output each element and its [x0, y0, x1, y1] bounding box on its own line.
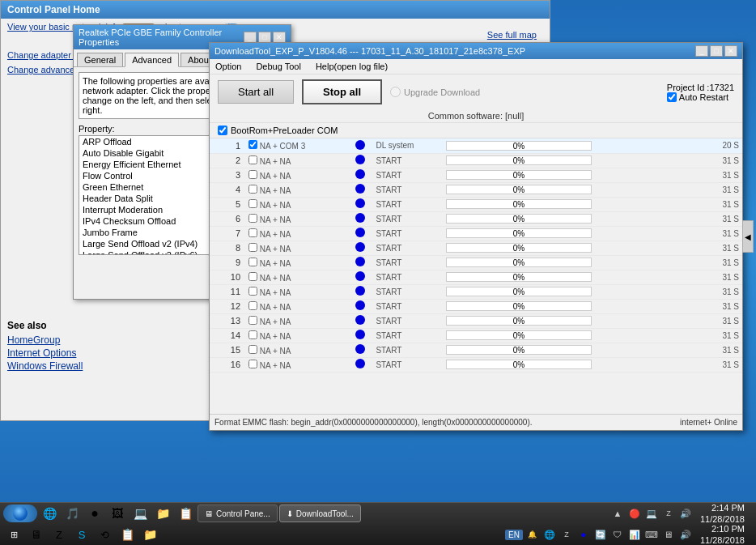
- language-button[interactable]: EN: [505, 530, 523, 540]
- maximize-button[interactable]: □: [258, 32, 271, 43]
- taskbar-icon-media[interactable]: 🎵: [62, 505, 83, 522]
- taskbar-icon-browser[interactable]: 🌐: [39, 505, 60, 522]
- row-checkbox[interactable]: [248, 330, 257, 339]
- tab-general[interactable]: General: [77, 53, 123, 66]
- row-checkbox[interactable]: [248, 199, 257, 208]
- bootrom-checkbox[interactable]: [218, 126, 227, 135]
- tray-bottom-kb[interactable]: ⌨: [644, 527, 659, 542]
- taskbar-icon-chrome[interactable]: ●: [84, 505, 105, 522]
- status-text: Format EMMC flash: begin_addr(0x00000000…: [214, 418, 533, 427]
- taskbar-icon-photos[interactable]: 🖼: [107, 505, 128, 522]
- row-checkbox[interactable]: [248, 272, 257, 281]
- table-row: 9 NA + NA START 0% 31 S: [210, 255, 742, 270]
- row-checkbox[interactable]: [248, 228, 257, 237]
- tray-bottom-blue[interactable]: ●: [576, 527, 591, 542]
- minimize-button[interactable]: _: [244, 32, 257, 43]
- homegroup-link[interactable]: HomeGroup: [7, 334, 83, 346]
- taskbar-bottom-teamviewer[interactable]: ⟲: [94, 526, 115, 543]
- row-checkbox-cell[interactable]: NA + NA: [245, 226, 347, 241]
- tray-bottom-arrow[interactable]: 🔄: [593, 527, 608, 542]
- menu-option[interactable]: Option: [213, 61, 244, 72]
- tray-volume-icon[interactable]: 🔊: [678, 506, 693, 521]
- auto-restart-checkbox[interactable]: [667, 92, 677, 102]
- row-checkbox-cell[interactable]: NA + NA: [245, 284, 347, 299]
- row-checkbox-cell[interactable]: NA + NA: [245, 270, 347, 284]
- row-dot-cell: [347, 270, 372, 284]
- row-checkbox[interactable]: [248, 140, 257, 149]
- dl-close-button[interactable]: ✕: [724, 45, 737, 57]
- row-checkbox-cell[interactable]: NA + NA: [245, 168, 347, 182]
- tray-expand-icon[interactable]: ▲: [610, 506, 625, 521]
- row-checkbox-cell[interactable]: NA + COM 3: [245, 138, 347, 153]
- collapse-arrow[interactable]: ◀: [742, 220, 754, 253]
- taskbar-icon-remote[interactable]: 💻: [130, 505, 151, 522]
- taskbar-bottom-skype[interactable]: S: [71, 526, 92, 543]
- stop-all-button[interactable]: Stop all: [302, 79, 382, 104]
- see-full-map-link[interactable]: See full map: [487, 30, 537, 40]
- taskbar-bottom-zalo[interactable]: Z: [49, 526, 70, 543]
- row-checkbox[interactable]: [248, 155, 257, 164]
- taskbar-icon-extra1[interactable]: 📋: [175, 505, 196, 522]
- row-checkbox-cell[interactable]: NA + NA: [245, 255, 347, 270]
- progress-bar: 0%: [446, 301, 592, 311]
- tray-bottom-speaker[interactable]: 🔊: [678, 527, 693, 542]
- row-checkbox[interactable]: [248, 301, 257, 310]
- dl-minimize-button[interactable]: _: [695, 45, 708, 57]
- progress-percent: 0%: [447, 258, 591, 268]
- menu-help[interactable]: Help(open log file): [313, 61, 390, 72]
- taskbar-icon-folder[interactable]: 📁: [152, 505, 173, 522]
- windows-firewall-link[interactable]: Windows Firewall: [7, 360, 83, 372]
- row-checkbox-cell[interactable]: NA + NA: [245, 182, 347, 197]
- row-checkbox[interactable]: [248, 170, 257, 179]
- start-all-button[interactable]: Start all: [218, 80, 294, 104]
- upgrade-radio-input[interactable]: [390, 87, 401, 97]
- progress-percent: 0%: [447, 317, 591, 326]
- progress-percent: 0%: [447, 229, 591, 239]
- close-button[interactable]: ✕: [273, 32, 286, 43]
- tray-zalo-icon[interactable]: Z: [661, 506, 676, 521]
- row-checkbox-cell[interactable]: NA + NA: [245, 328, 347, 343]
- row-progress-cell: 0%: [443, 343, 698, 357]
- clock-bottom: 2:10 PM 11/28/2018: [695, 523, 750, 545]
- tray-bottom-z2[interactable]: Z: [559, 527, 574, 542]
- row-checkbox[interactable]: [248, 345, 257, 354]
- tray-bottom-monitor[interactable]: 🖥: [661, 527, 676, 542]
- tray-bottom-network2[interactable]: 🌐: [542, 527, 557, 542]
- taskbar-download-tool-btn[interactable]: ⬇ DownloadTool...: [279, 505, 361, 522]
- row-checkbox-cell[interactable]: NA + NA: [245, 313, 347, 328]
- dl-maximize-button[interactable]: □: [710, 45, 723, 57]
- row-time: 31 S: [698, 284, 742, 299]
- table-row: 16 NA + NA START 0% 31 S: [210, 357, 742, 372]
- taskbar-bottom-start[interactable]: ⊞: [3, 526, 24, 543]
- taskbar-bottom-icon1[interactable]: 🖥: [26, 526, 47, 543]
- row-checkbox[interactable]: [248, 258, 257, 266]
- taskbar-control-panel-btn[interactable]: 🖥 Control Pane...: [197, 505, 278, 522]
- row-checkbox-cell[interactable]: NA + NA: [245, 343, 347, 357]
- row-checkbox[interactable]: [248, 316, 257, 325]
- tray-antivirus-icon[interactable]: 🔴: [627, 506, 642, 521]
- row-checkbox[interactable]: [248, 287, 257, 296]
- tray-bottom-shield[interactable]: 🛡: [610, 527, 625, 542]
- taskbar-bottom-icon6[interactable]: 📁: [139, 526, 160, 543]
- menu-debug[interactable]: Debug Tool: [253, 61, 303, 72]
- progress-percent: 0%: [447, 200, 591, 210]
- row-checkbox[interactable]: [248, 214, 257, 223]
- row-checkbox-cell[interactable]: NA + NA: [245, 211, 347, 226]
- start-button[interactable]: [3, 505, 37, 522]
- row-checkbox[interactable]: [248, 360, 257, 368]
- tab-advanced[interactable]: Advanced: [125, 53, 179, 67]
- row-checkbox-cell[interactable]: NA + NA: [245, 153, 347, 168]
- row-checkbox-cell[interactable]: NA + NA: [245, 197, 347, 211]
- row-checkbox-cell[interactable]: NA + NA: [245, 299, 347, 313]
- row-checkbox-cell[interactable]: NA + NA: [245, 241, 347, 255]
- tray-network-icon[interactable]: 💻: [644, 506, 659, 521]
- tray-bottom-vol[interactable]: 📊: [627, 527, 642, 542]
- internet-options-link[interactable]: Internet Options: [7, 347, 83, 359]
- taskbar-bottom-icon5[interactable]: 📋: [117, 526, 138, 543]
- tray-bottom-badge[interactable]: 🔔: [525, 527, 540, 542]
- project-info: Project Id :17321 Auto Restart: [667, 83, 734, 102]
- row-checkbox[interactable]: [248, 243, 257, 252]
- row-time: 31 S: [698, 357, 742, 372]
- row-checkbox-cell[interactable]: NA + NA: [245, 357, 347, 372]
- row-checkbox[interactable]: [248, 185, 257, 194]
